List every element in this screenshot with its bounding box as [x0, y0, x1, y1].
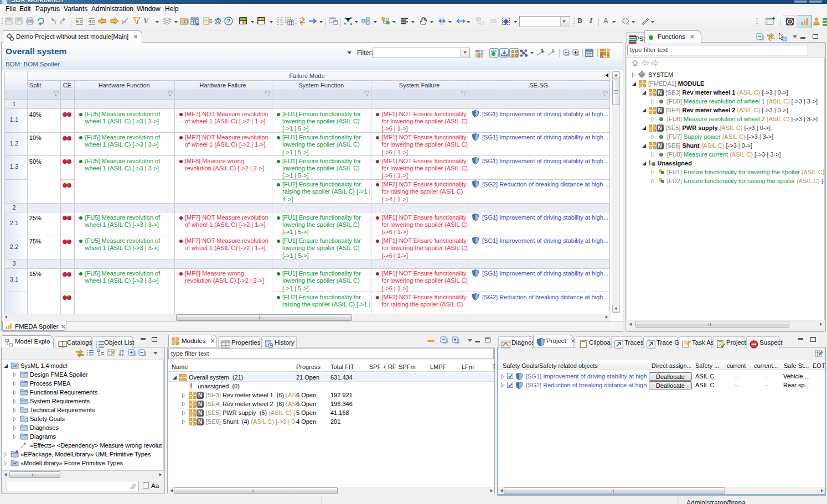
- svg-text:?: ?: [227, 18, 230, 24]
- svg-text:z: z: [122, 353, 124, 357]
- svg-text:a: a: [122, 349, 124, 353]
- svg-text:1x: 1x: [121, 19, 127, 24]
